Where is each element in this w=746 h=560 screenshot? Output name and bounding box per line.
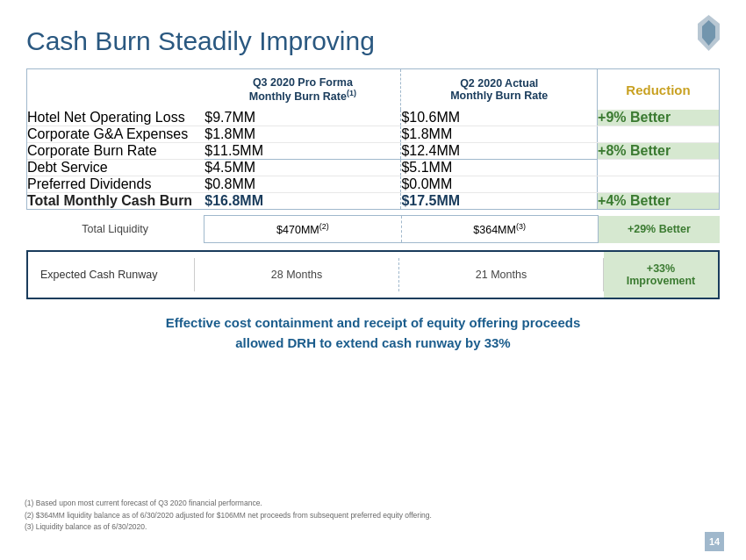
- col-q3-header: Q3 2020 Pro Forma Monthly Burn Rate(1): [204, 69, 401, 110]
- liquidity-q2: $364MM(3): [401, 216, 598, 243]
- liquidity-table: Total Liquidity $470MM(2) $364MM(3) +29%…: [26, 215, 720, 243]
- empty-header: [27, 69, 204, 110]
- table-row: Hotel Net Operating Loss $9.7MM $10.6MM …: [27, 110, 719, 126]
- page-title: Cash Burn Steadily Improving: [26, 26, 720, 56]
- liquidity-q3: $470MM(2): [204, 216, 401, 243]
- row-q2: $0.0MM: [401, 176, 598, 193]
- row-q2: $10.6MM: [401, 110, 598, 126]
- runway-reduction: +33% Improvement: [604, 252, 718, 298]
- row-label: Corporate G&A Expenses: [27, 126, 204, 143]
- runway-q2: 21 Months: [399, 258, 604, 291]
- row-q3: $11.5MM: [204, 143, 401, 160]
- table-header: Q3 2020 Pro Forma Monthly Burn Rate(1) Q…: [27, 69, 719, 110]
- tagline-line1: Effective cost containment and receipt o…: [44, 313, 702, 334]
- tagline-line2: allowed DRH to extend cash runway by 33%: [44, 334, 702, 354]
- row-reduction-total: +4% Better: [598, 193, 719, 210]
- row-reduction: [598, 160, 719, 176]
- row-q3: $1.8MM: [204, 126, 401, 143]
- table-row: Debt Service $4.5MM $5.1MM: [27, 160, 719, 176]
- page: Cash Burn Steadily Improving Q3 2020 Pro…: [0, 0, 746, 560]
- table-row: Preferred Dividends $0.8MM $0.0MM: [27, 176, 719, 193]
- table-row: Corporate Burn Rate $11.5MM $12.4MM +8% …: [27, 143, 719, 160]
- row-q3: $4.5MM: [204, 160, 401, 176]
- row-label: Corporate Burn Rate: [27, 143, 204, 160]
- row-q2: $5.1MM: [401, 160, 598, 176]
- liquidity-label: Total Liquidity: [26, 216, 204, 243]
- row-q3: $9.7MM: [204, 110, 401, 126]
- liquidity-row: Total Liquidity $470MM(2) $364MM(3) +29%…: [26, 216, 720, 243]
- col-reduction-header: Reduction: [598, 69, 719, 110]
- liquidity-reduction: +29% Better: [598, 216, 720, 243]
- row-q3: $0.8MM: [204, 176, 401, 193]
- runway-q3: 28 Months: [195, 258, 399, 291]
- footnote-2: (2) $364MM liquidity balance as of 6/30/…: [25, 510, 432, 522]
- logo-icon: [693, 13, 724, 48]
- page-number: 14: [705, 532, 724, 551]
- footnote-1: (1) Based upon most current forecast of …: [25, 498, 432, 510]
- footnote-3: (3) Liquidity balance as of 6/30/2020.: [25, 521, 432, 534]
- row-q3-total: $16.8MM: [204, 193, 401, 210]
- row-reduction: [598, 126, 719, 143]
- table-row: Corporate G&A Expenses $1.8MM $1.8MM: [27, 126, 719, 143]
- row-q2: $12.4MM: [401, 143, 598, 160]
- row-label: Hotel Net Operating Loss: [27, 110, 204, 126]
- col-q2-header: Q2 2020 Actual Monthly Burn Rate: [401, 69, 598, 110]
- row-reduction: [598, 176, 719, 193]
- row-q2: $1.8MM: [401, 126, 598, 143]
- row-reduction: +9% Better: [598, 110, 719, 126]
- runway-label: Expected Cash Runway: [28, 258, 195, 291]
- row-reduction: +8% Better: [598, 143, 719, 160]
- spacer: [26, 243, 720, 250]
- row-label: Preferred Dividends: [27, 176, 204, 193]
- tagline: Effective cost containment and receipt o…: [26, 306, 720, 360]
- table-row-total: Total Monthly Cash Burn $16.8MM $17.5MM …: [27, 193, 719, 210]
- row-label: Debt Service: [27, 160, 204, 176]
- runway-section: Expected Cash Runway 28 Months 21 Months…: [26, 250, 720, 299]
- main-data-table: Q3 2020 Pro Forma Monthly Burn Rate(1) Q…: [26, 68, 720, 210]
- liquidity-section: Total Liquidity $470MM(2) $364MM(3) +29%…: [26, 215, 720, 243]
- row-label-total: Total Monthly Cash Burn: [27, 193, 204, 210]
- row-q2-total: $17.5MM: [401, 193, 598, 210]
- footnotes: (1) Based upon most current forecast of …: [25, 498, 432, 534]
